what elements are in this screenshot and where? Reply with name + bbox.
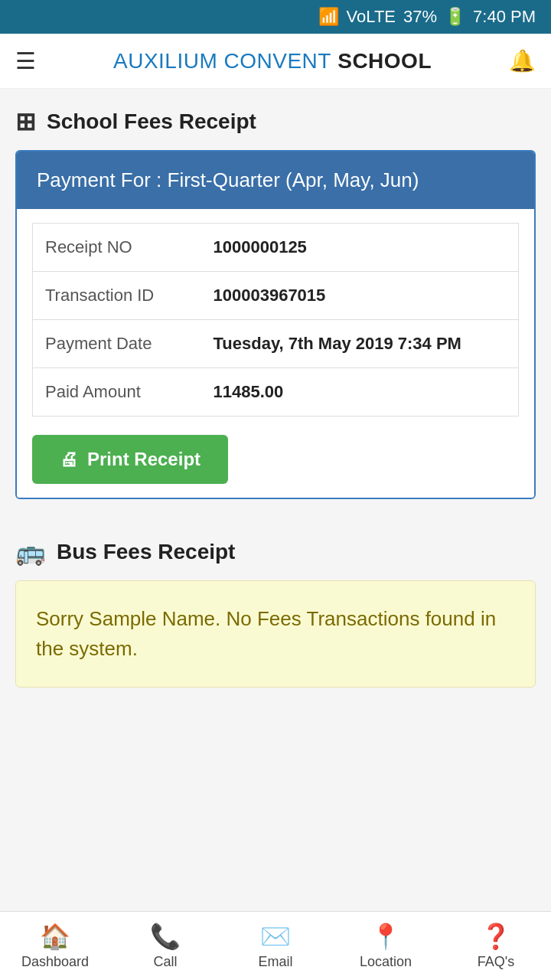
bus-icon: 🚌 [15,537,46,567]
nav-item-faqs[interactable]: ❓ FAQ's [441,922,551,970]
title-blue: AUXILIUM CONVENT [113,49,331,73]
email-icon: ✉️ [260,922,291,951]
nav-item-email[interactable]: ✉️ Email [220,922,331,970]
nav-email-label: Email [258,954,292,970]
app-header: ☰ AUXILIUM CONVENT SCHOOL 🔔 [0,34,551,89]
receipt-no-value: 1000000125 [201,224,519,272]
payment-date-label: Payment Date [33,320,201,368]
receipt-body: Receipt NO 1000000125 Transaction ID 100… [17,209,534,498]
time-display: 7:40 PM [473,7,536,27]
paid-amount-label: Paid Amount [33,368,201,416]
volte-label: VoLTE [347,7,396,27]
transaction-id-value: 100003967015 [201,272,519,320]
bus-no-fees-message: Sorry Sample Name. No Fees Transactions … [36,604,515,664]
nav-location-label: Location [360,954,412,970]
table-row: Paid Amount 11485.00 [33,368,519,416]
nav-dashboard-label: Dashboard [21,954,89,970]
print-receipt-button[interactable]: 🖨 Print Receipt [32,435,228,484]
payment-date-value: Tuesday, 7th May 2019 7:34 PM [201,320,519,368]
printer-icon: 🖨 [60,449,78,470]
location-pin-icon: 📍 [370,922,401,951]
table-row: Transaction ID 100003967015 [33,272,519,320]
notification-bell-icon[interactable]: 🔔 [509,48,536,74]
battery-icon: 🔋 [445,7,465,27]
main-content: ⊞ School Fees Receipt Payment For : Firs… [0,89,551,911]
transaction-id-label: Transaction ID [33,272,201,320]
table-row: Receipt NO 1000000125 [33,224,519,272]
receipt-no-label: Receipt NO [33,224,201,272]
home-icon: 🏠 [40,922,70,951]
table-row: Payment Date Tuesday, 7th May 2019 7:34 … [33,320,519,368]
bus-fees-label: Bus Fees Receipt [57,540,235,564]
receipt-header-label: Payment For : First-Quarter (Apr, May, J… [17,152,534,209]
nav-item-location[interactable]: 📍 Location [331,922,441,970]
nav-item-call[interactable]: 📞 Call [110,922,220,970]
title-black: SCHOOL [331,49,432,73]
nav-item-dashboard[interactable]: 🏠 Dashboard [0,922,110,970]
bottom-navigation: 🏠 Dashboard 📞 Call ✉️ Email 📍 Location ❓… [0,911,551,980]
signal-strength: 37% [403,7,437,27]
app-title: AUXILIUM CONVENT SCHOOL [113,49,432,74]
nav-faqs-label: FAQ's [478,954,514,970]
wifi-icon: 📶 [318,7,339,27]
menu-button[interactable]: ☰ [15,47,36,74]
receipt-table: Receipt NO 1000000125 Transaction ID 100… [32,223,519,416]
print-receipt-label: Print Receipt [87,449,201,470]
bus-fees-card: Sorry Sample Name. No Fees Transactions … [15,580,536,688]
status-bar: 📶 VoLTE 37% 🔋 7:40 PM [0,0,551,34]
paid-amount-value: 11485.00 [201,368,519,416]
nav-call-label: Call [153,954,177,970]
school-fees-section-title: ⊞ School Fees Receipt [15,107,536,136]
phone-icon: 📞 [150,922,181,951]
grid-icon: ⊞ [15,107,36,136]
school-fees-label: School Fees Receipt [47,109,256,134]
faq-icon: ❓ [481,922,511,951]
school-fees-receipt-card: Payment For : First-Quarter (Apr, May, J… [15,150,536,499]
bus-fees-section-title: 🚌 Bus Fees Receipt [15,537,536,567]
